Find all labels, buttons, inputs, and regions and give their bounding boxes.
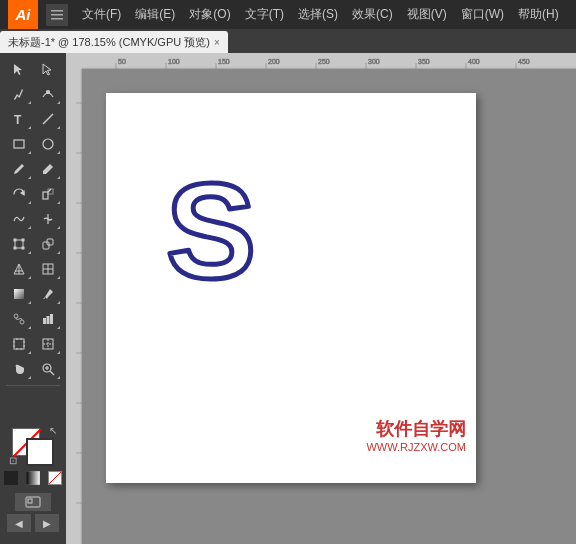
svg-point-3: [46, 91, 49, 94]
solid-color-swatch: [4, 471, 18, 485]
curvature-tool[interactable]: [34, 82, 62, 106]
artboard-tool[interactable]: [5, 332, 33, 356]
paintbrush-tool[interactable]: [5, 157, 33, 181]
zoom-tool[interactable]: [34, 357, 62, 381]
direct-selection-tool[interactable]: [34, 57, 62, 81]
svg-marker-8: [21, 191, 24, 195]
tab-label: 未标题-1* @ 178.15% (CMYK/GPU 预览): [8, 35, 210, 50]
svg-text:350: 350: [418, 58, 430, 65]
perspective-grid-tool[interactable]: [5, 257, 33, 281]
svg-text:250: 250: [318, 58, 330, 65]
watermark: 软件自学网 WWW.RJZXW.COM: [366, 417, 466, 453]
svg-text:300: 300: [368, 58, 380, 65]
ruler-left: [66, 53, 82, 544]
svg-text:400: 400: [468, 58, 480, 65]
type-tool[interactable]: T: [5, 107, 33, 131]
gradient-button[interactable]: [24, 469, 42, 487]
menu-effect[interactable]: 效果(C): [346, 4, 399, 25]
svg-point-27: [20, 320, 24, 324]
svg-line-44: [50, 371, 54, 375]
document-tab[interactable]: 未标题-1* @ 178.15% (CMYK/GPU 预览) ×: [0, 31, 228, 53]
svg-rect-1: [51, 14, 63, 16]
tool-row-selection: [2, 57, 64, 81]
menu-window[interactable]: 窗口(W): [455, 4, 510, 25]
tool-row-pen: [2, 82, 64, 106]
none-swatch: [48, 471, 62, 485]
svg-rect-0: [51, 10, 63, 12]
hand-tool[interactable]: [5, 357, 33, 381]
svg-text:200: 200: [268, 58, 280, 65]
color-mode-icons: [2, 469, 64, 487]
svg-text:100: 100: [168, 58, 180, 65]
stroke-color-box[interactable]: [26, 438, 54, 466]
screen-mode-button[interactable]: [15, 493, 51, 511]
ruler-top: 50 100 150 200 250 300 350 400 450: [66, 53, 576, 69]
color-boxes: ↖ ⊡: [12, 428, 54, 466]
svg-text:T: T: [14, 113, 22, 126]
line-segment-tool[interactable]: [34, 107, 62, 131]
prev-artboard-button[interactable]: ◀: [7, 514, 31, 532]
menu-edit[interactable]: 编辑(E): [129, 4, 181, 25]
width-tool[interactable]: [34, 207, 62, 231]
svg-rect-50: [28, 499, 32, 503]
tool-row-perspective: [2, 257, 64, 281]
toolbar-divider: [6, 385, 60, 386]
ai-logo-text: Ai: [16, 6, 31, 23]
column-graph-tool[interactable]: [34, 307, 62, 331]
pencil-tool[interactable]: [34, 157, 62, 181]
main-area: T: [0, 53, 576, 544]
tool-row-free: [2, 232, 64, 256]
tool-row-type: T: [2, 107, 64, 131]
menu-file[interactable]: 文件(F): [76, 4, 127, 25]
swap-colors-icon[interactable]: ↖: [49, 425, 57, 436]
watermark-line2: WWW.RJZXW.COM: [366, 441, 466, 453]
svg-rect-9: [43, 192, 48, 199]
tool-row-warp: [2, 207, 64, 231]
tab-close-button[interactable]: ×: [214, 37, 220, 48]
default-colors-icon[interactable]: ⊡: [9, 455, 17, 466]
menu-select[interactable]: 选择(S): [292, 4, 344, 25]
svg-point-7: [43, 139, 53, 149]
slice-tool[interactable]: [34, 332, 62, 356]
svg-rect-30: [50, 314, 53, 324]
next-artboard-button[interactable]: ▶: [35, 514, 59, 532]
svg-rect-48: [26, 471, 40, 485]
tool-row-blend: [2, 307, 64, 331]
rectangle-tool[interactable]: [5, 132, 33, 156]
scale-tool[interactable]: [34, 182, 62, 206]
canvas-area[interactable]: 50 100 150 200 250 300 350 400 450: [66, 53, 576, 544]
panel-icon: [46, 4, 68, 26]
canvas-paper: S 软件自学网 WWW.RJZXW.COM: [106, 93, 476, 483]
watermark-line1: 软件自学网: [366, 417, 466, 441]
svg-text:50: 50: [118, 58, 126, 65]
svg-rect-31: [14, 339, 24, 349]
menu-bar: 文件(F) 编辑(E) 对象(O) 文字(T) 选择(S) 效果(C) 视图(V…: [76, 4, 568, 25]
tool-row-draw: [2, 157, 64, 181]
rotate-tool[interactable]: [5, 182, 33, 206]
color-button[interactable]: [2, 469, 20, 487]
svg-text:450: 450: [518, 58, 530, 65]
svg-rect-14: [14, 239, 16, 241]
warp-tool[interactable]: [5, 207, 33, 231]
artboard-nav: ◀ ▶: [7, 514, 59, 532]
svg-rect-28: [43, 318, 46, 324]
gradient-tool[interactable]: [5, 282, 33, 306]
ai-logo: Ai: [8, 0, 38, 29]
selection-tool[interactable]: [5, 57, 33, 81]
menu-help[interactable]: 帮助(H): [512, 4, 565, 25]
menu-view[interactable]: 视图(V): [401, 4, 453, 25]
menu-object[interactable]: 对象(O): [183, 4, 236, 25]
eyedropper-tool[interactable]: [34, 282, 62, 306]
tab-bar: 未标题-1* @ 178.15% (CMYK/GPU 预览) ×: [0, 29, 576, 53]
color-section: ↖ ⊡: [2, 428, 64, 540]
free-transform-tool[interactable]: [5, 232, 33, 256]
pen-tool[interactable]: [5, 82, 33, 106]
none-button[interactable]: [46, 469, 64, 487]
svg-rect-16: [14, 247, 16, 249]
menu-type[interactable]: 文字(T): [239, 4, 290, 25]
svg-rect-2: [51, 18, 63, 20]
mesh-tool[interactable]: [34, 257, 62, 281]
ellipse-tool[interactable]: [34, 132, 62, 156]
shape-builder-tool[interactable]: [34, 232, 62, 256]
blend-tool[interactable]: [5, 307, 33, 331]
